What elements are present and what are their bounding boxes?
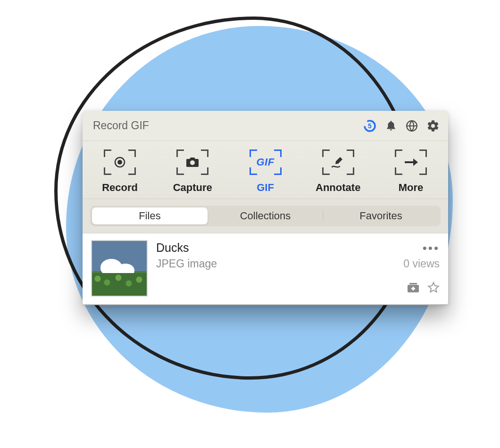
record-icon — [104, 149, 136, 175]
item-subtitle: JPEG image — [156, 257, 217, 270]
tool-record[interactable]: Record — [83, 149, 156, 194]
main-toolbar: Record Capture GIF GIF Annotate — [83, 141, 448, 199]
item-thumbnail — [91, 240, 148, 297]
svg-rect-5 — [409, 283, 417, 284]
window-header: Record GIF 5 — [83, 111, 448, 141]
tab-files[interactable]: Files — [92, 207, 208, 224]
tab-collections[interactable]: Collections — [208, 207, 323, 224]
tab-favorites[interactable]: Favorites — [323, 207, 439, 224]
tool-label: Capture — [173, 182, 212, 194]
item-content: Ducks ••• JPEG image 0 views — [156, 240, 440, 296]
app-window: Record GIF 5 — [83, 111, 448, 305]
countdown-timer-icon[interactable]: 5 — [363, 119, 376, 133]
pen-icon — [322, 149, 354, 175]
tool-gif[interactable]: GIF GIF — [229, 149, 301, 194]
camera-icon — [176, 149, 208, 175]
item-views: 0 views — [403, 257, 440, 270]
star-icon[interactable] — [427, 282, 440, 296]
more-options-icon[interactable]: ••• — [423, 246, 440, 250]
tool-annotate[interactable]: Annotate — [302, 149, 375, 194]
bell-icon[interactable] — [385, 120, 397, 132]
countdown-number: 5 — [368, 122, 372, 130]
tabs-container: Files Collections Favorites — [83, 199, 448, 233]
svg-rect-7 — [411, 288, 415, 290]
list-item[interactable]: Ducks ••• JPEG image 0 views — [91, 240, 440, 297]
tool-label: More — [399, 182, 424, 194]
item-actions — [156, 282, 440, 296]
header-actions: 5 — [363, 119, 440, 133]
tool-label: GIF — [257, 182, 274, 194]
arrow-right-icon — [395, 149, 427, 175]
window-title: Record GIF — [93, 119, 149, 132]
tool-label: Annotate — [316, 182, 360, 194]
item-title: Ducks — [156, 241, 189, 255]
add-to-collection-icon[interactable] — [407, 282, 420, 296]
svg-point-3 — [117, 160, 122, 165]
tool-more[interactable]: More — [375, 149, 447, 194]
tool-capture[interactable]: Capture — [156, 149, 229, 194]
gif-icon: GIF — [250, 149, 282, 175]
segmented-control: Files Collections Favorites — [90, 206, 441, 226]
tool-label: Record — [102, 182, 138, 194]
gear-icon[interactable] — [426, 119, 440, 133]
globe-icon[interactable] — [406, 120, 418, 132]
file-list: Ducks ••• JPEG image 0 views — [83, 233, 448, 305]
